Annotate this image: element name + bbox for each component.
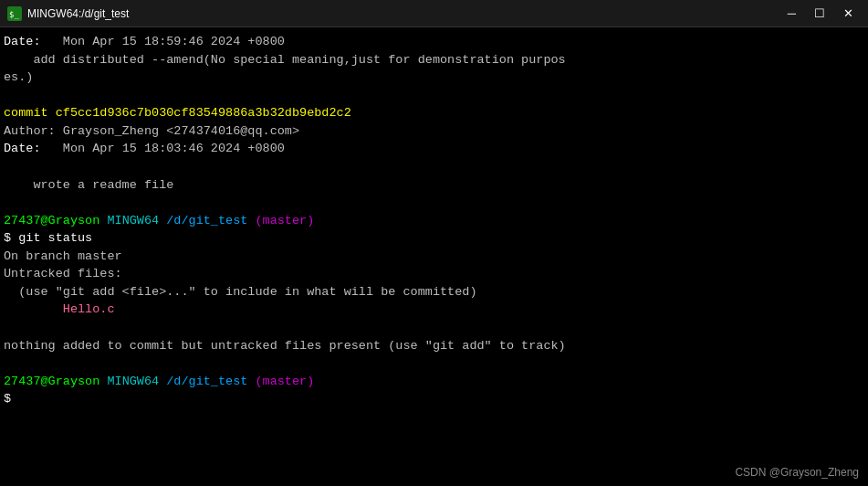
svg-text:$_: $_ (9, 10, 19, 19)
line-blank2 (4, 158, 864, 176)
line-blank3 (4, 194, 864, 212)
line-nothing: nothing added to commit but untracked fi… (4, 337, 864, 355)
titlebar: $_ MINGW64:/d/git_test ─ ☐ ✕ (0, 0, 868, 27)
line-date2: Date: Mon Apr 15 18:03:46 2024 +0800 (4, 140, 864, 158)
line-blank5 (4, 354, 864, 373)
app-icon: $_ (7, 6, 22, 21)
line-prompt2: 27437@Grayson MINGW64 /d/git_test (maste… (4, 373, 864, 391)
maximize-button[interactable]: ☐ (807, 5, 832, 22)
close-button[interactable]: ✕ (836, 5, 861, 22)
line-prompt1: 27437@Grayson MINGW64 /d/git_test (maste… (4, 212, 864, 230)
line-cmd2: $ (4, 390, 864, 408)
line-untracked: Untracked files: (4, 265, 864, 283)
line-amend: add distributed --amend(No special meani… (4, 51, 864, 69)
line-author2: Author: Grayson_Zheng <274374016@qq.com> (4, 122, 864, 141)
titlebar-left: $_ MINGW64:/d/git_test (7, 6, 129, 21)
line-msg2: wrote a readme file (4, 176, 864, 195)
minimize-button[interactable]: ─ (780, 5, 803, 22)
line-helloc: Hello.c (4, 301, 864, 319)
line-commit2: commit cf5cc1d936c7b030cf83549886a3b32db… (4, 104, 864, 122)
line-amend2: es.) (4, 69, 864, 87)
line-blank1 (4, 87, 864, 105)
window-title: MINGW64:/d/git_test (27, 7, 129, 20)
line-blank4 (4, 319, 864, 337)
line-date1: Date: Mon Apr 15 18:59:46 2024 +0800 (4, 33, 864, 51)
watermark: CSDN @Grayson_Zheng (735, 466, 859, 479)
window-controls: ─ ☐ ✕ (780, 5, 861, 22)
line-hint: (use "git add <file>..." to include in w… (4, 283, 864, 301)
line-branch: On branch master (4, 248, 864, 266)
terminal-output: Date: Mon Apr 15 18:59:46 2024 +0800 add… (0, 27, 868, 486)
line-cmd1: $ git status (4, 229, 864, 248)
